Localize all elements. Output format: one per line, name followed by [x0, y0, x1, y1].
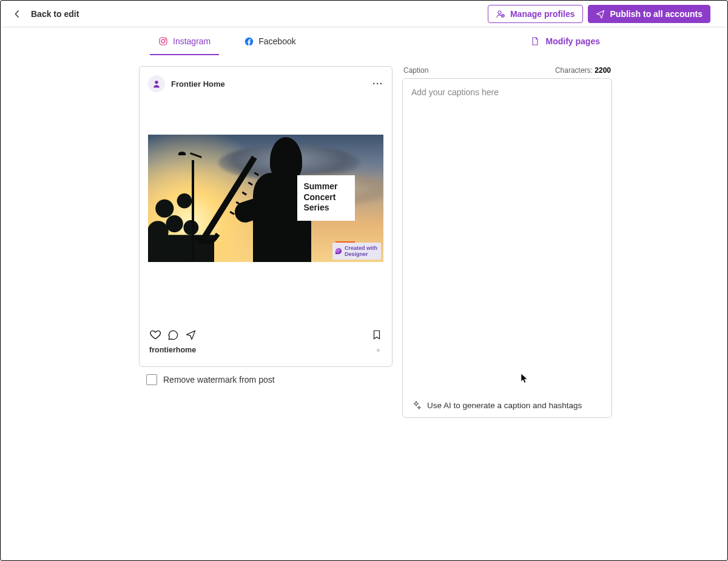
- heart-icon: [149, 329, 161, 341]
- profiles-icon: [496, 9, 505, 19]
- post-title-card: Summer Concert Series: [297, 175, 355, 221]
- avatar: [148, 75, 165, 92]
- modify-pages-button[interactable]: Modify pages: [530, 27, 600, 55]
- caption-label: Caption: [403, 66, 428, 75]
- comment-icon: [167, 329, 179, 341]
- send-icon: [596, 9, 605, 19]
- counter-label: Characters:: [555, 66, 593, 75]
- svg-point-0: [498, 11, 501, 14]
- post-title-line: Summer: [303, 181, 349, 192]
- tab-instagram[interactable]: Instagram: [158, 27, 211, 55]
- post-image: Summer Concert Series Created with Desig…: [148, 135, 383, 262]
- remove-watermark-label: Remove watermark from post: [163, 375, 275, 385]
- publish-all-label: Publish to all accounts: [610, 9, 703, 19]
- instagram-icon: [158, 36, 168, 46]
- carousel-dot-icon: [377, 349, 380, 352]
- page-icon: [530, 36, 540, 46]
- bookmark-icon: [371, 329, 382, 340]
- ai-generate-label: Use AI to generate a caption and hashtag…: [427, 401, 582, 410]
- checkbox-icon: [146, 374, 157, 385]
- ai-generate-caption-button[interactable]: Use AI to generate a caption and hashtag…: [403, 392, 612, 417]
- chevron-left-icon: [13, 10, 21, 18]
- designer-watermark-badge: Created with Designer: [332, 243, 381, 260]
- sparkle-icon: [411, 400, 421, 410]
- back-to-edit-button[interactable]: Back to edit: [13, 9, 79, 19]
- tab-facebook[interactable]: Facebook: [244, 27, 295, 55]
- manage-profiles-label: Manage profiles: [510, 9, 575, 19]
- caption-input[interactable]: [403, 79, 612, 392]
- remove-watermark-checkbox[interactable]: Remove watermark from post: [146, 374, 393, 385]
- badge-line: Created with: [345, 245, 377, 251]
- facebook-icon: [244, 37, 254, 46]
- tab-instagram-label: Instagram: [173, 36, 211, 46]
- post-title-line: Series: [303, 203, 349, 213]
- share-icon: [185, 329, 197, 341]
- tab-facebook-label: Facebook: [258, 36, 295, 46]
- account-handle: frontierhome: [149, 346, 196, 354]
- character-counter: Characters: 2200: [555, 66, 611, 75]
- back-label: Back to edit: [31, 9, 79, 19]
- post-title-line: Concert: [303, 192, 349, 203]
- counter-value: 2200: [595, 66, 611, 75]
- publish-all-button[interactable]: Publish to all accounts: [588, 5, 710, 23]
- manage-profiles-button[interactable]: Manage profiles: [488, 5, 583, 23]
- svg-point-3: [161, 39, 165, 43]
- svg-point-4: [165, 38, 166, 39]
- profile-name: Frontier Home: [171, 79, 225, 89]
- post-preview-card: Frontier Home ···: [139, 66, 393, 367]
- svg-point-6: [155, 81, 158, 84]
- modify-pages-label: Modify pages: [546, 36, 600, 46]
- badge-line: Designer: [345, 251, 368, 257]
